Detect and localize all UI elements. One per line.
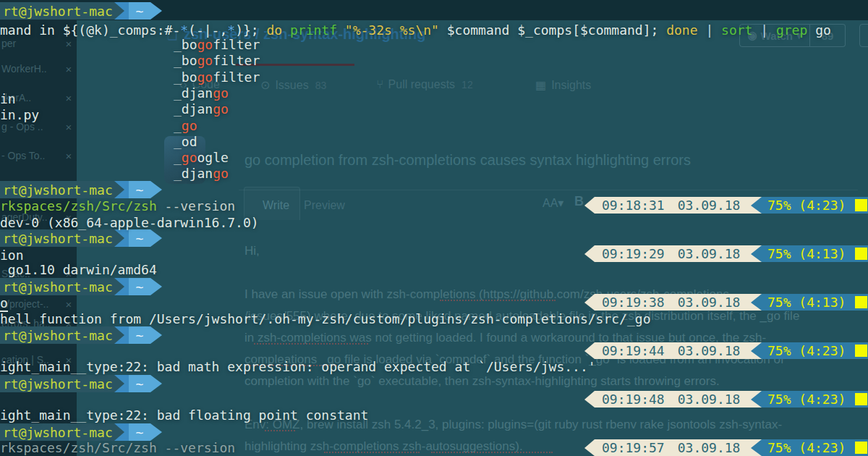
statusbar-battery-segment: 75% (4:23) (762, 342, 868, 359)
tab-pull-requests[interactable]: ⑂ Pull requests 12 (376, 78, 473, 91)
sidebar-tab[interactable]: WorkerH..× (0, 62, 77, 76)
powerline-arrow-icon (751, 391, 762, 408)
powerline-arrow-icon (150, 181, 162, 198)
powerline-arrow-icon (114, 181, 124, 198)
text-size-icon[interactable]: AA▾ (542, 196, 563, 210)
terminal-text: ight_main__type:22: bad floating point c… (0, 408, 368, 423)
statusbar-datetime-segment: 09:18:3103.09.18 (595, 197, 751, 214)
powerline-arrow-icon (584, 294, 595, 311)
tab-pull-requests-label: Pull requests (388, 78, 456, 91)
statusbar-battery-segment: 75% (4:23) (762, 197, 868, 214)
battery-icon (855, 393, 867, 405)
statusbar-battery-segment: 75% (4:13) (762, 245, 868, 262)
completion-item: _django (174, 101, 229, 117)
powerline-arrow-icon (150, 375, 162, 392)
close-icon[interactable]: × (61, 38, 77, 50)
prompt-dir-segment: ~ (129, 2, 150, 20)
battery-percent: 75% (4:13) (767, 246, 846, 261)
grep-match-text: go (182, 150, 197, 165)
statusbar-date: 03.09.18 (678, 295, 741, 310)
powerline-arrow-icon (751, 294, 762, 311)
completion-text: _djan (174, 166, 213, 181)
battery-icon (855, 345, 867, 357)
terminal-text: rkspaces/zsh/Src/zsh --version (0, 440, 235, 455)
github-header-band (77, 0, 868, 20)
sidebar-tab[interactable]: per× (0, 36, 77, 51)
command-segment: $command $_comps[$command]; (439, 22, 666, 38)
battery-percent: 75% (4:23) (767, 440, 846, 455)
close-icon[interactable]: × (61, 63, 77, 75)
squiggle-underline (265, 428, 295, 431)
terminal-text: in.py (0, 107, 39, 122)
issue-icon: ⊙ (260, 78, 270, 92)
terminal-output-line: rkspaces/zsh/Src/zsh --version (0, 440, 235, 456)
completion-item: _google (174, 150, 229, 166)
battery-icon (855, 199, 867, 211)
pull-request-icon: ⑂ (376, 78, 383, 91)
battery-percent: 75% (4:23) (767, 343, 846, 358)
powerline-arrow-icon (751, 197, 762, 214)
completion-text: _djan (174, 85, 213, 101)
close-icon[interactable]: × (61, 121, 77, 133)
statusbar-time: 09:19:44 (602, 343, 665, 358)
pull-requests-count-badge: 12 (461, 79, 473, 90)
comment-box-divider (239, 190, 858, 190)
tab-write[interactable]: Write (263, 199, 289, 212)
prompt-userhost-segment: rt@jwshort-mac (0, 375, 114, 392)
completion-item: _go (174, 118, 197, 134)
prompt-dir-segment: ~ (129, 423, 150, 441)
statusbar-time: 09:19:57 (602, 440, 665, 455)
shell-prompt: rt@jwshort-mac~ (0, 181, 162, 198)
powerline-arrow-icon (114, 423, 124, 441)
terminal-text: hell function from /Users/jwshort/.oh-my… (0, 311, 650, 326)
prompt-userhost-segment: rt@jwshort-mac (0, 326, 114, 344)
tab-issues[interactable]: ⊙ Issues 83 (260, 78, 326, 92)
close-icon[interactable]: × (61, 298, 77, 311)
sidebar-tab-label: per (0, 38, 61, 49)
sidebar-tab[interactable]: - Ops To..× (0, 148, 77, 163)
sidebar-tab-label: - Ops To.. (0, 150, 61, 161)
completion-text: _djan (174, 101, 213, 117)
tab-preview[interactable]: Preview (304, 199, 345, 212)
powerline-arrow-icon (150, 2, 162, 20)
statusbar-datetime-segment: 09:19:4403.09.18 (595, 342, 751, 359)
shell-prompt: rt@jwshort-mac~ (0, 229, 162, 247)
terminal-output-line: hell function from /Users/jwshort/.oh-my… (0, 311, 650, 327)
terminal-output-line: in (0, 91, 16, 107)
statusbar-date: 03.09.18 (678, 198, 741, 213)
powerline-arrow-icon (751, 245, 762, 262)
star-button-partial[interactable] (859, 24, 868, 47)
close-icon[interactable]: × (61, 92, 77, 104)
battery-percent: 75% (4:23) (767, 198, 846, 213)
powerline-arrow-icon (114, 229, 124, 247)
terminal-output-line: dev-0 (x86_64-apple-darwin16.7.0) (0, 215, 259, 231)
tmux-status-bar: 09:19:5703.09.1875% (4:23) (584, 439, 868, 456)
terminal-text: ion (0, 248, 24, 263)
tmux-status-bar: 09:19:4403.09.1875% (4:23) (584, 342, 868, 359)
bold-icon[interactable]: B (574, 194, 584, 209)
powerline-arrow-icon (150, 229, 162, 247)
terminal-command-line: mand in ${(@k)_comps:#-*(-|-,*)}; do pri… (0, 22, 831, 38)
statusbar-date: 03.09.18 (678, 343, 741, 358)
tmux-status-bar: 09:18:3103.09.1875% (4:23) (584, 197, 868, 214)
close-icon[interactable]: × (61, 150, 77, 162)
prompt-dir-segment: ~ (129, 278, 150, 295)
powerline-arrow-icon (114, 2, 129, 20)
powerline-arrow-icon (584, 197, 595, 214)
tab-issues-label: Issues (275, 79, 308, 92)
terminal-output-line: ion (0, 248, 24, 263)
command-segment: go (815, 22, 831, 38)
statusbar-datetime-segment: 09:19:5703.09.18 (595, 439, 751, 456)
issue-body-line: completion with the `go` executable, the… (244, 374, 720, 389)
grep-match-text: go (197, 37, 213, 52)
completion-item: _django (174, 85, 229, 101)
tab-insights[interactable]: ▦ Insights (535, 78, 591, 92)
powerline-arrow-icon (150, 326, 162, 344)
completion-text: _bo (174, 37, 197, 52)
powerline-arrow-icon (584, 439, 595, 456)
statusbar-datetime-segment: 09:19:2903.09.18 (595, 245, 751, 262)
completion-item: _bogofilter (174, 69, 260, 85)
powerline-arrow-icon (114, 278, 129, 295)
sidebar-tab[interactable]: s/project-..× (0, 297, 77, 311)
sidebar-tab-label: s/project-.. (0, 298, 61, 310)
